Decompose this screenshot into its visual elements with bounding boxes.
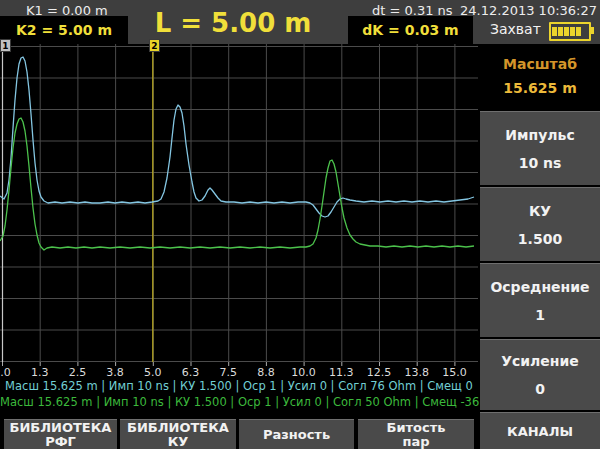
x-axis-tick-label: 7.5 (213, 366, 243, 379)
x-axis-tick-label: 2.5 (62, 366, 92, 379)
channel-1-status-line: Масш 15.625 m | Имп 10 ns | КУ 1.500 | О… (0, 379, 478, 393)
library-ku-button[interactable]: БИБЛИОТЕКА КУ (120, 419, 236, 449)
setting-value: 1 (535, 307, 545, 323)
difference-button[interactable]: Разность (239, 419, 354, 449)
sidebar-item-gain[interactable]: Усиление 0 (480, 339, 600, 410)
reflectogram-chart: 0.01.32.53.85.06.37.58.810.011.312.513.8… (0, 44, 478, 378)
channel-2-status-line: Масш 15.625 m | Имп 10 ns | КУ 1.500 | О… (0, 395, 478, 409)
x-axis-tick-label: 10.0 (289, 366, 319, 379)
setting-label: Осреднение (490, 279, 589, 295)
button-label: БИБЛИОТЕКА (10, 421, 112, 435)
channel-2-reflectogram (0, 118, 474, 250)
setting-value: 15.625 m (503, 80, 577, 96)
x-axis-tick-label: 8.8 (251, 366, 281, 379)
button-label: КУ (168, 435, 189, 449)
sidebar-item-ku[interactable]: КУ 1.500 (480, 187, 600, 261)
datetime-readout: 24.12.2013 10:36:27 (460, 3, 597, 18)
x-axis-tick-label: 12.5 (364, 366, 394, 379)
setting-label: Усиление (501, 353, 579, 369)
top-bar: K1 = 0.00 m dt = 0.31 ns 24.12.2013 10:3… (0, 0, 600, 44)
x-axis-tick-label: 11.3 (326, 366, 356, 379)
button-label: РФГ (45, 435, 76, 449)
x-axis-tick-label: 13.8 (402, 366, 432, 379)
marker-2-flag[interactable]: 2 (149, 39, 160, 52)
marker-1-flag[interactable]: 1 (0, 39, 11, 52)
setting-value: 1.500 (518, 231, 562, 247)
delta-k-readout: dK = 0.03 m (362, 22, 458, 38)
channel-1-reflectogram (0, 57, 474, 217)
settings-sidebar: Масштаб 15.625 m Импульс 10 ns КУ 1.500 … (480, 44, 600, 449)
capture-mode-label: Захват (490, 21, 541, 37)
x-axis-tick-label: 1.3 (25, 366, 55, 379)
button-label: Битость (387, 421, 446, 435)
battery-full-icon (549, 22, 591, 41)
cursor-k2-panel: K2 = 5.00 m (0, 16, 128, 44)
x-axis-tick-label: 3.8 (100, 366, 130, 379)
x-axis-tick-label: 15.0 (439, 366, 469, 379)
sidebar-item-averaging[interactable]: Осреднение 1 (480, 263, 600, 337)
setting-label: Масштаб (503, 56, 577, 72)
channels-button[interactable]: КАНАЛЫ (480, 412, 600, 449)
pair-split-button[interactable]: Битость пар (358, 419, 474, 449)
sidebar-item-pulse[interactable]: Импульс 10 ns (480, 111, 600, 185)
button-label: пар (402, 435, 429, 449)
cursor-k2-readout: K2 = 5.00 m (16, 22, 112, 38)
length-readout: L = 5.00 m (158, 6, 308, 40)
setting-label: Импульс (505, 127, 574, 143)
button-label: БИБЛИОТЕКА (127, 421, 229, 435)
setting-label: КУ (529, 203, 551, 219)
x-axis-tick-label: 0.0 (0, 366, 17, 379)
setting-value: 0 (535, 381, 545, 397)
x-axis-tick-label: 5.0 (138, 366, 168, 379)
sidebar-item-scale[interactable]: Масштаб 15.625 m (480, 44, 600, 108)
library-rfg-button[interactable]: БИБЛИОТЕКА РФГ (4, 419, 117, 449)
x-axis-tick-label: 6.3 (176, 366, 206, 379)
tdr-instrument-screen: K1 = 0.00 m dt = 0.31 ns 24.12.2013 10:3… (0, 0, 600, 449)
delta-k-panel: dK = 0.03 m (348, 16, 473, 44)
button-label: Разность (263, 428, 330, 442)
setting-value: 10 ns (519, 155, 562, 171)
